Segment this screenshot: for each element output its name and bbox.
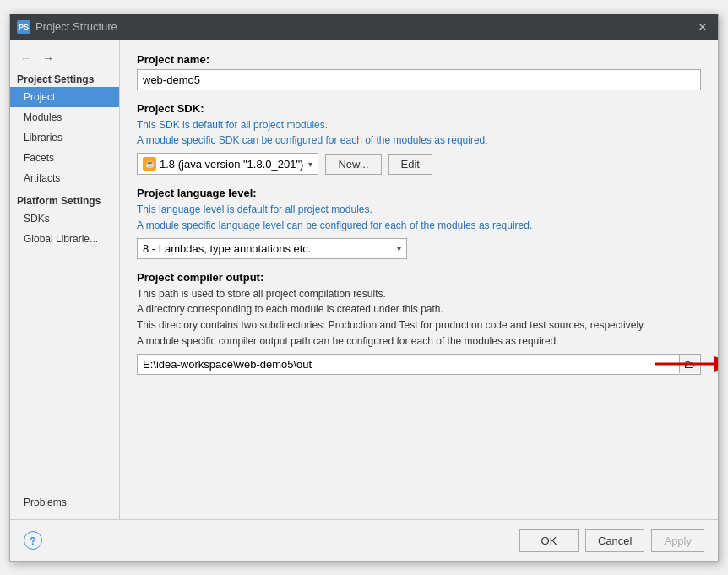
sidebar-item-facets[interactable]: Facets [10, 148, 119, 168]
project-language-group: Project language level: This language le… [137, 187, 701, 259]
language-value: 8 - Lambdas, type annotations etc. [143, 242, 311, 255]
sidebar-item-global-libraries[interactable]: Global Librarie... [10, 229, 119, 249]
sidebar-item-artifacts[interactable]: Artifacts [10, 168, 119, 188]
sidebar-item-libraries[interactable]: Libraries [10, 127, 119, 148]
sdk-value: 1.8 (java version "1.8.0_201") [160, 158, 303, 171]
sidebar-item-sdks[interactable]: SDKs [10, 209, 119, 229]
project-name-group: Project name: [137, 53, 701, 90]
cancel-button[interactable]: Cancel [585, 529, 644, 552]
language-dropdown-arrow: ▾ [397, 244, 401, 253]
new-sdk-button[interactable]: New... [325, 154, 381, 175]
folder-icon: 🗁 [684, 358, 695, 371]
sdk-icon: ☕ [143, 157, 156, 171]
project-name-input[interactable] [137, 69, 701, 90]
nav-back-row: ← → [10, 46, 119, 70]
folder-browse-button[interactable]: 🗁 [679, 355, 699, 373]
sidebar: ← → Project Settings Project Modules Lib… [10, 40, 120, 519]
project-sdk-group: Project SDK: This SDK is default for all… [137, 102, 701, 176]
compiler-info-2: A directory corresponding to each module… [137, 302, 701, 317]
language-select-row: 8 - Lambdas, type annotations etc. ▾ [137, 238, 701, 259]
sidebar-item-project[interactable]: Project [10, 87, 119, 107]
help-button[interactable]: ? [24, 531, 42, 550]
compiler-output-wrapper: 🗁 [137, 354, 701, 375]
app-icon: PS [17, 20, 30, 34]
apply-button[interactable]: Apply [651, 529, 704, 552]
bottom-bar: ? OK Cancel Apply [10, 519, 718, 561]
sdk-info-1: This SDK is default for all project modu… [137, 118, 701, 133]
platform-settings-header: Platform Settings [10, 188, 119, 209]
project-compiler-group: Project compiler output: This path is us… [137, 271, 701, 375]
lang-info-2: A module specific language level can be … [137, 219, 701, 233]
sdk-row: ☕ 1.8 (java version "1.8.0_201") ▾ New..… [137, 153, 701, 175]
lang-info-1: This language level is default for all p… [137, 203, 701, 217]
compiler-output-input[interactable] [137, 354, 701, 375]
project-compiler-label: Project compiler output: [137, 271, 701, 284]
close-button[interactable]: ✕ [694, 19, 711, 35]
dialog-body: ← → Project Settings Project Modules Lib… [10, 40, 718, 519]
title-bar-left: PS Project Structure [17, 20, 117, 34]
forward-button[interactable]: → [39, 50, 57, 67]
sidebar-item-modules[interactable]: Modules [10, 107, 119, 127]
project-settings-header: Project Settings [10, 70, 119, 87]
title-bar: PS Project Structure ✕ [10, 14, 718, 40]
project-sdk-label: Project SDK: [137, 102, 701, 115]
dialog-title: Project Structure [35, 20, 117, 33]
compiler-info-4: A module specific compiler output path c… [137, 334, 701, 349]
sidebar-item-problems[interactable]: Problems [10, 492, 119, 513]
sdk-info-2: A module specific SDK can be configured … [137, 133, 701, 148]
sdk-dropdown-arrow: ▾ [308, 160, 312, 169]
sdk-select[interactable]: ☕ 1.8 (java version "1.8.0_201") ▾ [137, 153, 318, 175]
language-level-select[interactable]: 8 - Lambdas, type annotations etc. ▾ [137, 238, 407, 259]
project-structure-dialog: PS Project Structure ✕ ← → Project Setti… [9, 14, 719, 562]
bottom-buttons: OK Cancel Apply [519, 529, 704, 552]
project-name-label: Project name: [137, 53, 701, 66]
edit-sdk-button[interactable]: Edit [388, 154, 432, 175]
sdk-select-inner: ☕ 1.8 (java version "1.8.0_201") [143, 157, 303, 171]
ok-button[interactable]: OK [519, 529, 579, 552]
project-language-label: Project language level: [137, 187, 701, 199]
compiler-info-1: This path is used to store all project c… [137, 287, 701, 301]
main-content: Project name: Project SDK: This SDK is d… [120, 40, 718, 519]
compiler-info-3: This directory contains two subdirectori… [137, 318, 701, 333]
back-button[interactable]: ← [17, 50, 35, 67]
